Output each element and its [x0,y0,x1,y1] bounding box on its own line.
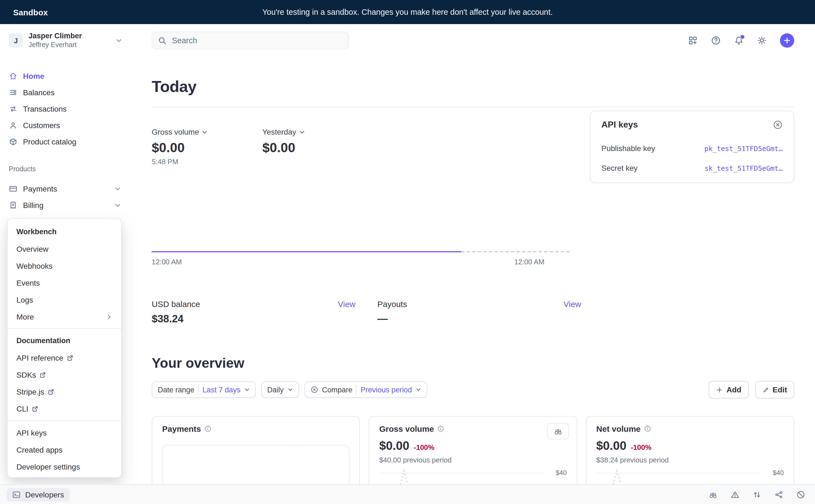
chevron-down-icon[interactable] [114,186,121,192]
edit-button[interactable]: Edit [755,381,794,398]
account-name: Jasper Climber [28,32,110,40]
compare-value: Previous period [361,386,412,394]
pill-divider [198,385,199,395]
publishable-key-row: Publishable key pk_test_51TFD5eGmt… [601,144,783,153]
info-icon[interactable] [644,425,651,432]
help-icon[interactable] [711,36,721,45]
yesterday-label: Yesterday [262,128,296,136]
yesterday-metric: Yesterday $0.00 [262,127,373,166]
create-button[interactable] [780,33,794,48]
publishable-key-value[interactable]: pk_test_51TFD5eGmt… [704,144,783,152]
menu-item-label: API keys [16,428,47,437]
chevron-down-icon [288,387,293,392]
usd-balance-value: $38.24 [152,313,200,325]
usd-balance-view-link[interactable]: View [338,299,356,309]
gross-volume-value: $0.00 [152,140,262,155]
interval-value: Daily [267,386,284,394]
account-switcher[interactable]: J Jasper Climber Jeffrey Everhart [0,31,130,50]
products-section-label: Products [0,150,130,176]
menu-item-developer-settings[interactable]: Developer settings [8,458,121,475]
compare-label: Compare [322,386,352,394]
interval-filter[interactable]: Daily [261,381,299,398]
sort-arrows-icon[interactable] [753,490,761,499]
chevron-down-icon[interactable] [114,202,121,208]
menu-item-sdks[interactable]: SDKs [8,366,121,383]
info-icon[interactable] [204,425,212,432]
home-icon [9,72,18,80]
close-icon[interactable] [773,120,783,130]
net-volume-previous: $38.24 previous period [596,456,784,464]
publishable-key-label: Publishable key [601,144,655,153]
compare-filter[interactable]: Compare Previous period [305,381,427,398]
payouts-view-link[interactable]: View [563,299,581,309]
menu-item-cli[interactable]: CLI [8,400,121,417]
billing-icon [9,201,18,210]
menu-item-overview[interactable]: Overview [8,240,121,257]
external-link-icon [66,354,73,361]
warning-icon[interactable] [731,490,739,499]
sidebar-item-product-catalog[interactable]: Product catalog [0,134,130,150]
stripe-sandbox-dashboard: Sandbox You're testing in a sandbox. Cha… [0,0,815,504]
menu-item-label: Created apps [16,445,62,454]
plus-icon [716,386,723,393]
menu-item-api-keys[interactable]: API keys [8,424,121,441]
documentation-menu-title: Documentation [8,332,121,349]
add-button-label: Add [727,385,741,394]
gross-volume-previous: $40.00 previous period [379,456,567,464]
menu-item-stripe-js[interactable]: Stripe.js [8,383,121,400]
add-button[interactable]: Add [709,381,749,398]
binoculars-icon[interactable] [709,490,718,499]
menu-item-label: Webhooks [16,261,53,270]
sidebar-item-transactions[interactable]: Transactions [0,101,130,117]
sidebar-item-payments[interactable]: Payments [0,181,130,197]
menu-item-created-apps[interactable]: Created apps [8,441,121,458]
remove-compare-icon[interactable] [311,386,318,393]
notifications-icon[interactable] [734,36,744,45]
explore-binoculars-button[interactable] [547,423,569,439]
developers-button[interactable]: Developers [7,488,70,501]
gross-volume-time: 5:48 PM [152,158,262,166]
gross-volume-card-title: Gross volume [379,424,434,433]
secret-key-value[interactable]: sk_test_51TFD5eGmt… [704,164,783,172]
payments-card-title: Payments [162,424,201,433]
date-range-value: Last 7 days [202,386,241,394]
sidebar-item-billing[interactable]: Billing [0,197,130,213]
connections-icon[interactable] [775,490,783,499]
sidebar-item-label: Billing [23,201,44,210]
info-icon[interactable] [437,425,444,432]
workbench-menu-title: Workbench [8,223,121,240]
menu-item-webhooks[interactable]: Webhooks [8,257,121,274]
payments-icon [9,184,18,193]
sidebar-item-balances[interactable]: Balances [0,84,130,101]
date-range-filter[interactable]: Date range Last 7 days [152,381,256,398]
notification-dot [740,34,745,39]
search-bar[interactable] [152,32,349,49]
menu-item-api-reference[interactable]: API reference [8,349,121,366]
sidebar-item-home[interactable]: Home [0,68,130,84]
menu-item-more[interactable]: More [8,308,121,325]
menu-item-label: Stripe.js [16,387,44,396]
net-volume-delta: -100% [631,443,651,451]
customers-icon [9,121,18,130]
developers-label: Developers [25,490,64,499]
sandbox-message: You're testing in a sandbox. Changes you… [0,8,815,16]
yesterday-selector[interactable]: Yesterday [262,128,305,136]
chart-line-projection [461,251,569,252]
settings-gear-icon[interactable] [757,36,767,45]
account-subname: Jeffrey Everhart [28,41,110,49]
menu-divider [8,328,121,329]
sidebar-item-customers[interactable]: Customers [0,117,130,134]
search-input[interactable] [171,36,343,45]
menu-item-logs[interactable]: Logs [8,291,121,308]
sidebar-item-label: Payments [23,184,57,193]
today-heading: Today [152,78,794,96]
sandboxes-icon[interactable] [688,36,698,45]
circle-slash-icon[interactable] [796,490,805,499]
external-link-icon [39,371,46,378]
payouts-label: Payouts [377,299,407,309]
gross-volume-delta: -100% [414,443,434,451]
gross-volume-selector[interactable]: Gross volume [152,128,208,136]
workbench-menu: Workbench Overview Webhooks Events Logs … [7,218,121,478]
menu-item-events[interactable]: Events [8,274,121,291]
sandbox-label: Sandbox [13,7,48,17]
